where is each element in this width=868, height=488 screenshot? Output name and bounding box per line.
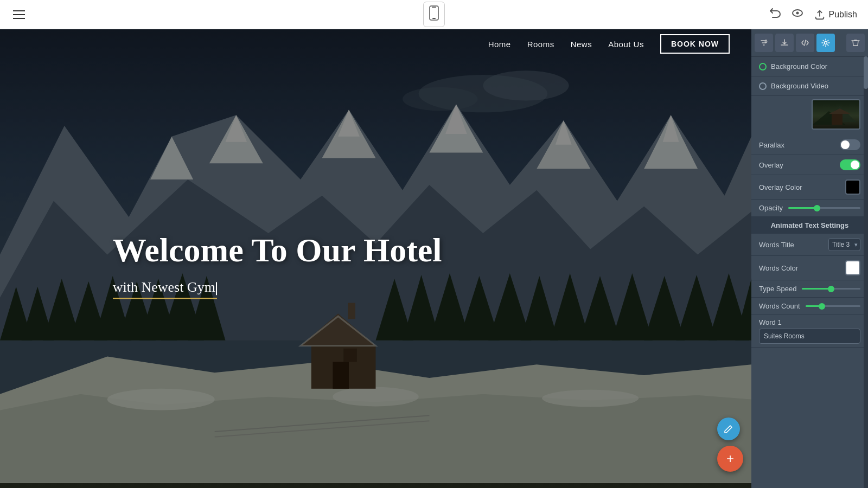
right-panel: Background Color Background Video	[751, 29, 868, 488]
video-thumbnail[interactable]	[812, 99, 860, 130]
sort-button[interactable]	[755, 34, 773, 52]
hero-title: Welcome To Our Hotel	[113, 232, 442, 268]
toolbar-right: Publish	[768, 7, 857, 22]
words-color-row: Words Color	[751, 256, 868, 280]
overlay-toggle[interactable]	[840, 159, 860, 170]
type-speed-label: Type Speed	[759, 285, 796, 293]
hero-background: Home Rooms News About Us BOOK NOW Welcom…	[0, 29, 751, 488]
words-title-label: Words Title	[759, 241, 794, 249]
panel-scrollbar-thumb[interactable]	[864, 56, 868, 89]
settings-button[interactable]	[816, 34, 835, 52]
background-color-label: Background Color	[759, 62, 827, 70]
canvas: Home Rooms News About Us BOOK NOW Welcom…	[0, 29, 751, 488]
canvas-nav: Home Rooms News About Us BOOK NOW	[0, 29, 751, 59]
background-color-radio[interactable]	[759, 63, 767, 70]
background-video-row: Background Video	[751, 76, 868, 96]
svg-rect-65	[813, 100, 860, 130]
word-1-row: Word 1	[751, 315, 868, 348]
svg-point-59	[825, 42, 827, 44]
parallax-toggle[interactable]	[840, 139, 860, 150]
publish-label: Publish	[829, 10, 857, 20]
code-button[interactable]	[796, 34, 814, 52]
opacity-slider[interactable]	[788, 207, 860, 209]
parallax-label: Parallax	[759, 141, 784, 149]
words-color-label: Words Color	[759, 264, 798, 272]
overlay-row: Overlay	[751, 155, 868, 175]
word-1-input[interactable]	[759, 329, 860, 344]
background-video-label: Background Video	[759, 82, 828, 90]
toolbar-center	[423, 2, 445, 27]
fab-container: +	[717, 418, 743, 472]
opacity-label: Opacity	[759, 204, 783, 212]
download-button[interactable]	[775, 34, 794, 52]
words-title-select[interactable]: Title 1 Title 2 Title 3 Title 4	[828, 238, 860, 251]
nav-about-us[interactable]: About Us	[608, 40, 644, 49]
type-speed-slider[interactable]	[802, 288, 860, 290]
hero-content: Welcome To Our Hotel with Newest Gym	[113, 232, 442, 299]
svg-line-58	[805, 40, 806, 46]
publish-button[interactable]: Publish	[814, 9, 857, 21]
toolbar-left	[11, 8, 27, 21]
nav-book-now[interactable]: BOOK NOW	[660, 34, 730, 54]
add-fab-button[interactable]: +	[717, 446, 743, 472]
svg-point-4	[796, 12, 799, 15]
nav-home[interactable]: Home	[488, 40, 511, 49]
svg-rect-1	[432, 18, 436, 19]
words-title-row: Words Title Title 1 Title 2 Title 3 Titl…	[751, 234, 868, 256]
word-1-label: Word 1	[759, 318, 860, 326]
words-count-row: Words Count	[751, 298, 868, 315]
delete-button[interactable]	[846, 34, 865, 52]
words-count-label: Words Count	[759, 302, 800, 310]
video-thumbnail-row	[751, 96, 868, 135]
words-title-select-wrapper: Title 1 Title 2 Title 3 Title 4	[828, 238, 860, 251]
menu-icon[interactable]	[11, 8, 27, 21]
preview-button[interactable]	[791, 7, 804, 22]
top-toolbar: Publish	[0, 0, 868, 29]
background-video-radio[interactable]	[759, 82, 767, 90]
overlay-color-label: Overlay Color	[759, 183, 802, 191]
panel-toolbar	[751, 29, 868, 57]
hero-subtitle: with Newest Gym	[113, 280, 217, 299]
edit-fab-button[interactable]	[717, 418, 740, 440]
overlay-color-row: Overlay Color	[751, 175, 868, 200]
panel-content: Background Color Background Video	[751, 57, 868, 488]
mobile-preview-button[interactable]	[423, 2, 445, 27]
parallax-row: Parallax	[751, 135, 868, 155]
overlay-color-swatch[interactable]	[845, 179, 860, 195]
animated-text-section-header: Animated Text Settings	[751, 217, 868, 234]
words-color-swatch[interactable]	[845, 260, 860, 275]
type-speed-row: Type Speed	[751, 280, 868, 298]
overlay-label: Overlay	[759, 161, 783, 169]
panel-scrollbar[interactable]	[864, 56, 868, 488]
nav-news[interactable]: News	[571, 40, 592, 49]
undo-button[interactable]	[768, 7, 781, 22]
background-color-row: Background Color	[751, 57, 868, 76]
opacity-row: Opacity	[751, 200, 868, 217]
nav-rooms[interactable]: Rooms	[527, 40, 554, 49]
words-count-slider[interactable]	[806, 305, 860, 307]
svg-rect-2	[432, 7, 436, 8]
